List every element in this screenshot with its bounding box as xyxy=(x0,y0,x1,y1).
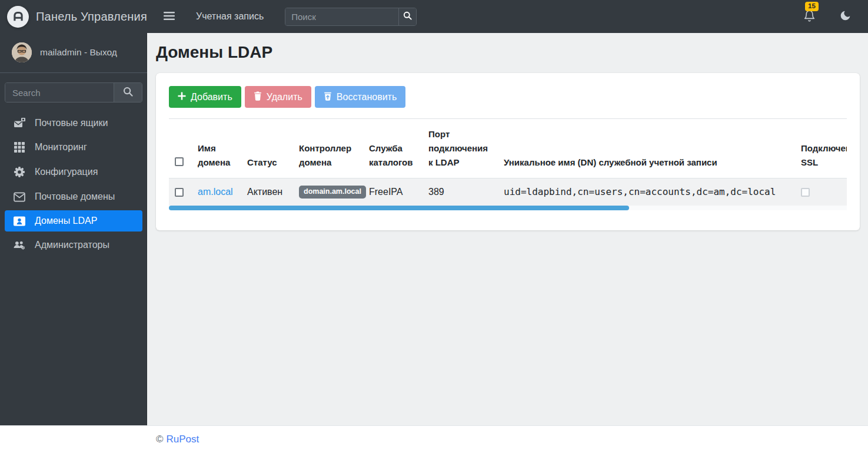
rupost-logo-icon[interactable] xyxy=(7,6,29,28)
restore-button[interactable]: Восстановить xyxy=(315,86,405,108)
account-nav-link[interactable]: Учетная запись xyxy=(188,6,272,27)
row-checkbox[interactable] xyxy=(175,188,184,197)
directory-service-cell: FreeIPA xyxy=(362,178,421,206)
page-title: Домены LDAP xyxy=(156,43,860,62)
sidebar-item-label: Администраторы xyxy=(35,240,109,250)
domain-name-link[interactable]: am.local xyxy=(198,187,233,197)
avatar xyxy=(12,42,32,62)
moon-icon xyxy=(839,9,852,24)
users-gear-icon xyxy=(13,240,26,250)
notifications-button[interactable]: 15 xyxy=(799,6,820,28)
topbar-right-controls: 15 xyxy=(799,6,868,28)
horizontal-scrollbar-thumb[interactable] xyxy=(169,206,629,210)
user-panel: mailadmin - Выход xyxy=(0,33,147,73)
top-navbar: Панель Управления Учетная запись xyxy=(0,0,868,33)
sidebar: mailadmin - Выход xyxy=(0,33,147,425)
sidebar-item-label: Домены LDAP xyxy=(35,216,97,226)
footer: © RuPost xyxy=(0,425,868,453)
search-icon xyxy=(123,87,133,98)
sidebar-item-ldap-domains[interactable]: Домены LDAP xyxy=(5,210,142,232)
trash-restore-icon xyxy=(324,91,332,103)
gear-icon xyxy=(13,166,26,178)
add-button-label: Добавить xyxy=(191,92,232,102)
topbar-search xyxy=(285,8,417,26)
column-header-bind-dn: Уникальное имя (DN) служебной учетной за… xyxy=(497,119,794,178)
column-header-domain-controller: Контроллер домена xyxy=(292,119,362,178)
sidebar-item-label: Почтовые домены xyxy=(35,191,115,202)
logout-link[interactable]: mailadmin - Выход xyxy=(40,47,117,58)
column-header-status: Статус xyxy=(240,119,292,178)
sidebar-item-label: Почтовые ящики xyxy=(35,118,108,128)
select-all-checkbox[interactable] xyxy=(175,157,184,166)
search-icon xyxy=(403,11,412,22)
ssl-checkbox[interactable] xyxy=(801,188,810,197)
domain-controller-badge: domain.am.local xyxy=(299,186,366,199)
ldap-port-cell: 389 xyxy=(421,178,497,206)
sidebar-toggle-button[interactable] xyxy=(159,8,179,25)
app-title: Панель Управления xyxy=(36,10,147,24)
id-card-icon xyxy=(13,216,26,226)
rupost-footer-link[interactable]: RuPost xyxy=(167,434,199,445)
delete-button-label: Удалить xyxy=(267,92,302,102)
mailbox-icon xyxy=(13,117,26,128)
sidebar-menu: Почтовые ящики Мониторинг xyxy=(0,107,147,256)
sidebar-item-configuration[interactable]: Конфигурация xyxy=(5,161,142,183)
status-cell: Активен xyxy=(240,178,292,206)
sidebar-item-administrators[interactable]: Администраторы xyxy=(5,234,142,256)
horizontal-scrollbar-track[interactable] xyxy=(169,206,847,210)
ldap-domains-table: Имя домена Статус Контроллер домена Служ… xyxy=(169,119,847,206)
bell-icon xyxy=(803,9,816,24)
table-row: am.local Активен domain.am.local FreeIPA… xyxy=(169,178,847,206)
topbar-search-button[interactable] xyxy=(398,8,416,25)
column-header-domain-name: Имя домена xyxy=(191,119,240,178)
app-window: Панель Управления Учетная запись xyxy=(0,0,868,453)
toolbar: Добавить Удалить xyxy=(169,86,847,108)
sidebar-item-label: Мониторинг xyxy=(35,142,87,153)
trash-icon xyxy=(254,91,262,103)
column-header-directory-service: Служба каталогов xyxy=(362,119,421,178)
column-header-ssl: Подключение SSL xyxy=(794,119,847,178)
brand[interactable]: Панель Управления xyxy=(0,6,147,28)
topbar-search-input[interactable] xyxy=(285,8,398,25)
ldap-domains-card: Добавить Удалить xyxy=(156,73,860,230)
ldap-domains-table-wrap: Имя домена Статус Контроллер домена Служ… xyxy=(169,118,847,206)
sidebar-item-monitoring[interactable]: Мониторинг xyxy=(5,137,142,158)
sidebar-search-input[interactable] xyxy=(5,83,114,102)
main-content: Домены LDAP Добавить xyxy=(147,33,868,425)
envelope-icon xyxy=(13,192,26,202)
add-button[interactable]: Добавить xyxy=(169,86,241,108)
restore-button-label: Восстановить xyxy=(337,92,397,102)
grid-icon xyxy=(13,142,26,153)
menu-icon xyxy=(164,12,175,22)
sidebar-search-button[interactable] xyxy=(114,83,142,102)
plus-icon xyxy=(178,92,186,102)
sidebar-item-mail-domains[interactable]: Почтовые домены xyxy=(5,186,142,207)
sidebar-search xyxy=(5,82,142,102)
table-header-row: Имя домена Статус Контроллер домена Служ… xyxy=(169,119,847,178)
copyright-symbol: © xyxy=(156,434,164,445)
top-nav-links: Учетная запись xyxy=(147,6,417,27)
dark-mode-toggle[interactable] xyxy=(834,6,856,27)
sidebar-item-label: Конфигурация xyxy=(35,167,98,177)
column-header-ldap-port: Порт подключения к LDAP xyxy=(421,119,497,178)
notifications-badge: 15 xyxy=(805,2,819,12)
bind-dn-cell: uid=ldapbind,cn=users,cn=accounts,dc=am,… xyxy=(497,178,794,206)
delete-button[interactable]: Удалить xyxy=(245,86,311,108)
sidebar-item-mailboxes[interactable]: Почтовые ящики xyxy=(5,112,142,134)
